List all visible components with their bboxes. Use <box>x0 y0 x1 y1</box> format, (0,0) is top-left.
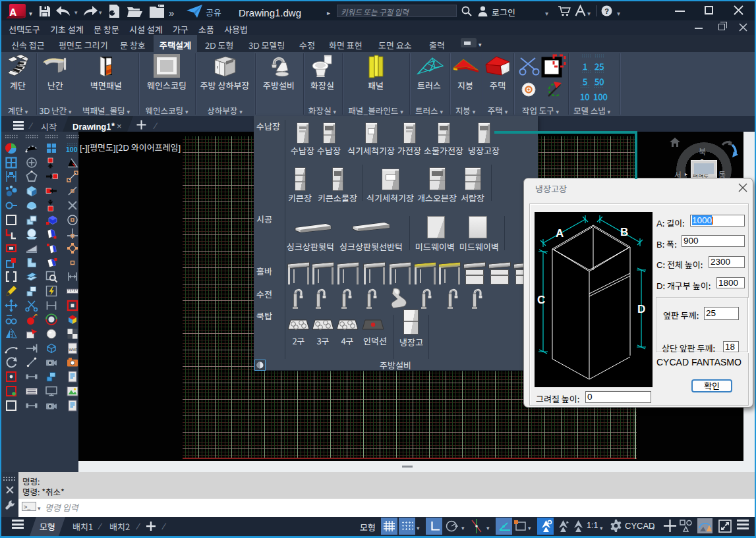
svg-text:100: 100 <box>66 146 78 153</box>
svg-text:D: D <box>637 303 645 315</box>
svg-text:C: C <box>537 294 545 306</box>
svg-text:WMF: WMF <box>69 348 78 352</box>
svg-text:B: B <box>620 226 628 238</box>
svg-text:A: A <box>556 227 564 240</box>
svg-text:?: ? <box>604 7 609 15</box>
